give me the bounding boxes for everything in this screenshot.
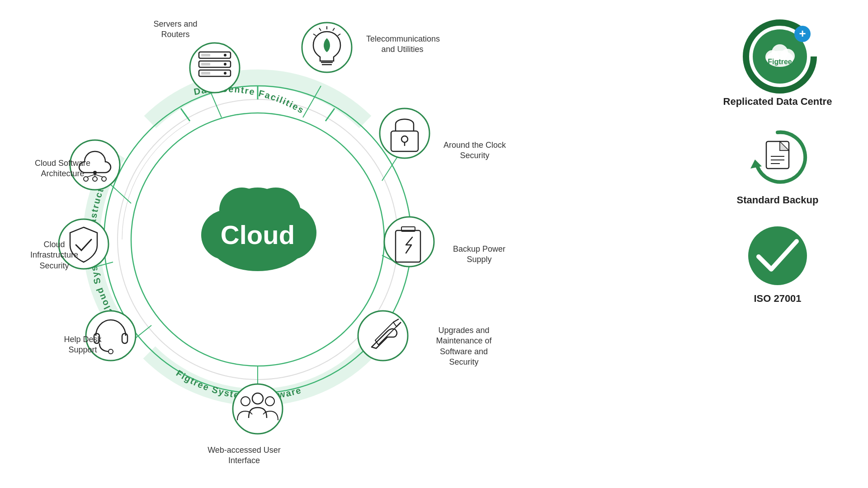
- svg-rect-32: [201, 54, 210, 56]
- main-diagram: Cloud System Infrastructure Data Centre …: [23, 9, 497, 479]
- telecom-label: Telecommunications and Utilities: [366, 34, 439, 55]
- iso-label: ISO 27001: [754, 293, 801, 305]
- standard-backup-item: Standard Backup: [737, 126, 819, 206]
- cloud-infra-label: Cloud Infrastructure Security: [25, 239, 84, 271]
- svg-point-30: [224, 63, 226, 66]
- replicated-label: Replicated Data Centre: [723, 96, 832, 108]
- svg-point-29: [224, 54, 226, 56]
- svg-point-66: [233, 384, 283, 434]
- svg-rect-80: [766, 141, 789, 169]
- security-label: Around the Clock Security: [443, 140, 506, 161]
- svg-marker-79: [750, 160, 762, 169]
- replicated-data-centre-item: + Figtree Replicated Data Centre: [723, 18, 832, 108]
- svg-text:Cloud: Cloud: [221, 220, 295, 249]
- help-desk-label: Help Desk Support: [53, 334, 112, 356]
- svg-point-31: [224, 72, 226, 75]
- svg-point-51: [380, 108, 429, 158]
- svg-text:+: +: [799, 27, 806, 40]
- backup-power-label: Backup Power Supply: [452, 244, 506, 265]
- web-ui-label: Web-accessed User Interface: [199, 445, 289, 466]
- servers-label: Servers and Routers: [148, 19, 203, 40]
- svg-rect-34: [201, 72, 210, 75]
- iso-badge-container: [746, 224, 809, 287]
- cloud-software-label: Cloud Software Architecture: [30, 158, 95, 179]
- right-panel: + Figtree Replicated Data Centre: [705, 18, 850, 305]
- svg-text:Figtree: Figtree: [768, 58, 792, 66]
- upgrades-label: Upgrades and Maintenance of Software and…: [428, 325, 500, 368]
- figtree-badge: + Figtree: [741, 18, 814, 90]
- standard-backup-label: Standard Backup: [737, 194, 819, 206]
- backup-icon-container: [746, 126, 809, 189]
- svg-rect-33: [201, 63, 210, 66]
- iso-item: ISO 27001: [746, 224, 809, 305]
- svg-marker-81: [780, 141, 789, 150]
